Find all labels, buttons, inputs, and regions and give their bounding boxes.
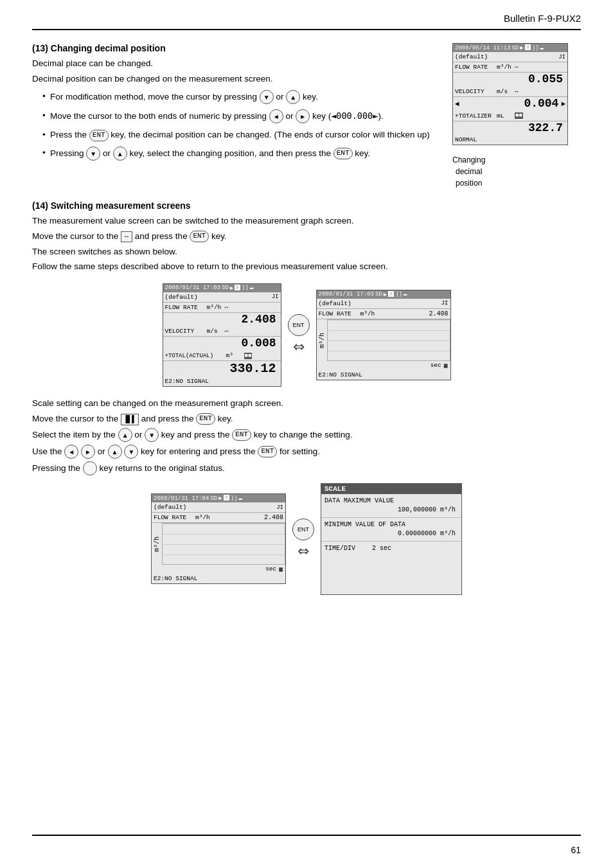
gs-flow-unit: m³/h	[360, 310, 378, 317]
gs-date: 2008/01/31 17:03	[319, 291, 374, 297]
vs-default-row: (default) JI	[163, 292, 281, 303]
gs-flow-val: 2.408	[429, 310, 448, 317]
scale-time-value: 2 sec	[372, 545, 391, 552]
vs-total-row: +TOTAL(ACTUAL) m³ ■■	[163, 351, 281, 361]
ent-button[interactable]: ENT	[288, 314, 310, 336]
scale-min-label: MINIMUM VALUE OF DATA 0.00000000 m³/h	[321, 518, 461, 542]
scale-para2: Move the cursor to the ▐▌▌ and press the…	[32, 412, 581, 425]
bullet-4: Pressing ▼ or ▲ key, select the changing…	[42, 146, 440, 161]
scroll2-icon: ▦	[279, 565, 283, 573]
graph-y-label: m³/h	[317, 319, 327, 361]
gs-flow-row: FLOW RATE m³/h 2.408	[317, 309, 450, 319]
scale-title: SCALE	[321, 484, 461, 494]
vs-wave: ))	[242, 285, 249, 291]
ent2-label: ENT	[298, 526, 309, 533]
vs-mode: JI	[272, 294, 279, 300]
ent-label: ENT	[293, 322, 305, 328]
graph-x-label: sec	[431, 362, 441, 369]
down-key4-icon: ▼	[124, 445, 138, 459]
gs-sd: SD	[375, 291, 382, 297]
velocity-value: 0.004	[459, 98, 562, 111]
gs2-sd: SD	[210, 495, 217, 502]
section-13-para1: Decimal place can be changed.	[32, 57, 440, 70]
scale-para5: Pressing the key returns to the original…	[32, 461, 581, 475]
screen-date: 2008/05/14 11:13	[455, 45, 510, 51]
velocity-row: VELOCITY m/s ↔	[453, 87, 567, 97]
gs-flow-label: FLOW RATE	[319, 310, 360, 317]
ent-section: ENT ⇔	[288, 314, 310, 355]
down-key3-icon: ▼	[145, 428, 159, 442]
a-icon: 🅰	[525, 44, 531, 51]
screen-icons: SD ▶ 🅰 )) ▬	[511, 44, 543, 51]
s14-para1: The measurement value screen can be swit…	[32, 215, 581, 227]
velocity-arrow: ↔	[515, 88, 519, 95]
scale-screen: SCALE DATA MAXIMUM VALUE 100,000000 m³/h…	[321, 483, 462, 595]
up-key2-icon: ▲	[113, 146, 127, 161]
vs-vel-unit: m/s	[207, 328, 225, 335]
graph2-grid	[162, 523, 285, 565]
ent-key-icon: ENT	[89, 130, 109, 141]
cursor-left: ◄	[455, 100, 459, 108]
screens-switch-row: 2008/01/31 17:03 SD ▶ 🅰 )) ▬ (default) J…	[32, 283, 581, 387]
vs-total-unit: m³	[226, 352, 244, 359]
vs-flow-val-row: 2.408	[163, 313, 281, 327]
scale-time-label: TIME/DIV	[324, 545, 355, 552]
totalizer-label: +TOTALIZER	[455, 112, 497, 120]
left-key2-icon: ◄	[64, 445, 78, 459]
flow-rate-value: 0.055	[455, 73, 565, 86]
vs-sd: SD	[222, 285, 229, 291]
gs2-default-row: (default) JI	[152, 502, 285, 513]
ent-key2-icon: ENT	[333, 148, 353, 159]
vs-vel-arrow: ↔	[225, 328, 229, 335]
graph-area: m³/h	[317, 319, 450, 361]
scale-empty	[321, 556, 461, 594]
vs-vel-row: VELOCITY m/s ↔	[163, 326, 281, 337]
gs2-bottom: E2:NO SIGNAL	[152, 574, 285, 583]
velocity-unit: m/s	[497, 88, 515, 95]
changing-label: Changingdecimalposition	[452, 154, 485, 189]
bulletin-title: Bulletin F-9-PUX2	[504, 13, 581, 24]
graph-screen2: 2008/01/31 17:04 SD ▶ 🅰 )) ▬ (default) J…	[151, 493, 286, 584]
double-arrow2-icon: ⇔	[298, 543, 309, 560]
screen-bottom: NORMAL	[453, 135, 567, 145]
vs-flow-unit: m³/h	[207, 304, 225, 311]
value-screen: 2008/01/31 17:03 SD ▶ 🅰 )) ▬ (default) J…	[163, 283, 281, 387]
flow-rate-unit: m³/h	[497, 64, 515, 71]
vs-total-val-row: 330.12	[163, 361, 281, 376]
totalizer-unit: mL	[497, 112, 515, 120]
section-13-left: (13) Changing decimal position Decimal p…	[32, 43, 440, 189]
page-number: 61	[571, 845, 581, 855]
section-13-bullets: For modification method, move the cursor…	[42, 90, 440, 161]
bat-icon: ▬	[540, 45, 543, 51]
chart-icon: ▐▌▌	[121, 414, 139, 425]
section-13-para2: Decimal position can be changed on the m…	[32, 73, 440, 85]
gs-wave: ))	[395, 291, 402, 297]
vs-vel-val-row: 0.008	[163, 337, 281, 351]
exchange-icon: ↔	[121, 231, 132, 242]
ent-key4-icon: ENT	[196, 413, 215, 425]
vs-date: 2008/01/31 17:03	[165, 285, 220, 291]
totalizer-row: +TOTALIZER mL ■■	[453, 111, 567, 121]
section-13-title: (13) Changing decimal position	[32, 43, 440, 53]
vs-total-boxes: ■■	[244, 353, 253, 359]
value-screen-header: 2008/01/31 17:03 SD ▶ 🅰 )) ▬	[163, 284, 281, 292]
scale-para3: Select the item by the ▲ or ▼ key and pr…	[32, 428, 581, 442]
graph-x-label-row: sec ▦	[317, 361, 450, 370]
vs-bottom: E2:NO SIGNAL	[163, 376, 281, 386]
gs2-date: 2008/01/31 17:04	[154, 495, 209, 502]
totalizer-value-row: 322.7	[453, 121, 567, 136]
velocity-value-row: ◄ 0.004 ►	[453, 97, 567, 111]
s14-para2: Move the cursor to the ↔ and press the E…	[32, 230, 581, 243]
vs-flow-arrow: ↔	[225, 304, 229, 311]
bullet-1: For modification method, move the cursor…	[42, 90, 440, 104]
bullet-3: Press the ENT key, the decimal position …	[42, 128, 440, 141]
ent-button2[interactable]: ENT	[292, 518, 314, 540]
ent-key3-icon: ENT	[190, 231, 209, 242]
bullet-2: Move the cursor to the both ends of nume…	[42, 109, 440, 123]
right-key-icon: ►	[296, 109, 310, 123]
section-13: (13) Changing decimal position Decimal p…	[32, 43, 581, 189]
gs2-default: (default)	[154, 504, 195, 511]
gs2-wave: ))	[231, 495, 238, 502]
gs2-icons: SD ▶ 🅰 )) ▬	[210, 495, 242, 502]
graph2-area: m³/h	[152, 523, 285, 565]
